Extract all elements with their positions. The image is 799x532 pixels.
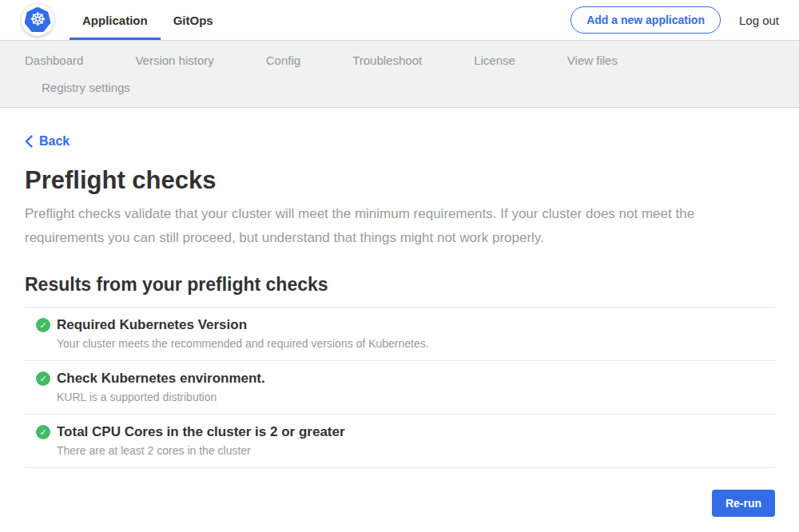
check-title: Total CPU Cores in the cluster is 2 or g… (57, 424, 345, 440)
page-title: Preflight checks (25, 166, 775, 195)
subnav-item-config[interactable]: Config (266, 54, 300, 67)
subnav-item-license[interactable]: License (474, 54, 515, 67)
preflight-page: Back Preflight checks Preflight checks v… (0, 108, 799, 517)
check-description: KURL is a supported distribution (57, 391, 775, 403)
kubernetes-logo-icon: ☸ (25, 7, 51, 34)
check-row-cpu-cores: ✓ Total CPU Cores in the cluster is 2 or… (25, 415, 775, 468)
subnav-row-1: Dashboard Version history Config Trouble… (25, 46, 775, 73)
check-title: Required Kubernetes Version (57, 317, 247, 333)
add-new-application-button[interactable]: Add a new application (570, 6, 721, 34)
subnav-item-registry-settings[interactable]: Registry settings (42, 81, 130, 94)
check-row-kubernetes-version: ✓ Required Kubernetes Version Your clust… (25, 308, 775, 361)
check-title-line: ✓ Check Kubernetes environment. (36, 371, 775, 387)
check-row-kubernetes-environment: ✓ Check Kubernetes environment. KURL is … (25, 361, 775, 415)
results-heading: Results from your preflight checks (25, 274, 775, 296)
footer-actions: Re-run (25, 468, 775, 517)
check-title-line: ✓ Total CPU Cores in the cluster is 2 or… (36, 424, 775, 440)
check-pass-icon: ✓ (36, 318, 50, 332)
check-title: Check Kubernetes environment. (57, 371, 265, 387)
chevron-left-icon (25, 135, 33, 148)
page-description: Preflight checks validate that your clus… (25, 202, 775, 250)
tab-gitops[interactable]: GitOps (161, 0, 226, 40)
helm-wheel-icon: ☸ (30, 10, 46, 29)
subnav-item-dashboard[interactable]: Dashboard (25, 54, 83, 67)
subnav-row-2: Registry settings (25, 73, 775, 101)
tab-application[interactable]: Application (70, 0, 161, 40)
tab-gitops-label: GitOps (173, 14, 213, 27)
subnav-item-view-files[interactable]: View files (567, 54, 618, 67)
check-pass-icon: ✓ (36, 371, 50, 386)
rerun-button[interactable]: Re-run (712, 490, 775, 517)
app-subnav: Dashboard Version history Config Trouble… (0, 40, 799, 108)
subnav-item-version-history[interactable]: Version history (135, 54, 213, 67)
logout-link[interactable]: Log out (739, 14, 779, 27)
check-title-line: ✓ Required Kubernetes Version (36, 317, 775, 333)
primary-tabs: Application GitOps (70, 0, 226, 40)
kubernetes-logo: ☸ (22, 4, 54, 36)
tab-application-label: Application (82, 14, 148, 27)
subnav-item-troubleshoot[interactable]: Troubleshoot (352, 54, 422, 67)
preflight-results-list: ✓ Required Kubernetes Version Your clust… (25, 307, 775, 468)
check-description: There are at least 2 cores in the cluste… (57, 444, 775, 457)
check-description: Your cluster meets the recommended and r… (57, 337, 775, 350)
back-link-label: Back (39, 134, 70, 149)
check-pass-icon: ✓ (36, 425, 50, 439)
back-link[interactable]: Back (25, 134, 70, 149)
top-header: ☸ Application GitOps Add a new applicati… (0, 0, 799, 40)
